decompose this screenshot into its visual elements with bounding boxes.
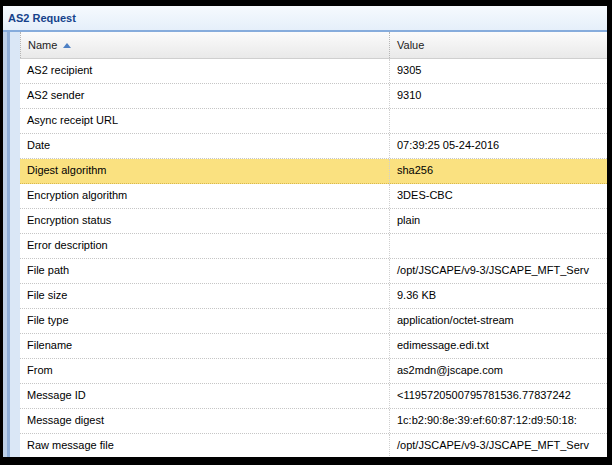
row-value-cell: 07:39:25 05-24-2016 (389, 134, 607, 158)
row-value-cell: 9.36 KB (389, 284, 607, 308)
table-row[interactable]: File path /opt/JSCAPE/v9-3/JSCAPE_MFT_Se… (20, 259, 607, 284)
table-row[interactable]: From as2mdn@jscape.com (20, 359, 607, 384)
row-value-cell: plain (389, 209, 607, 233)
column-header-name[interactable]: Name (20, 32, 389, 58)
row-value-cell (389, 234, 607, 258)
panel-left-gutter (3, 32, 20, 457)
table-row[interactable]: Async receipt URL (20, 109, 607, 134)
row-value-cell: sha256 (389, 159, 607, 183)
panel-title: AS2 Request (8, 12, 76, 24)
properties-grid: Name Value AS2 recipient 9305 AS2 sender… (20, 32, 607, 457)
row-value-cell (389, 109, 607, 133)
table-row[interactable]: AS2 recipient 9305 (20, 59, 607, 84)
row-name-cell: From (20, 359, 389, 383)
table-row[interactable]: Filename edimessage.edi.txt (20, 334, 607, 359)
table-row[interactable]: File size 9.36 KB (20, 284, 607, 309)
row-value-cell: 9310 (389, 84, 607, 108)
column-header-name-label: Name (28, 39, 57, 51)
table-row[interactable]: AS2 sender 9310 (20, 84, 607, 109)
table-row[interactable]: Message ID <1195720500795781536.77837242 (20, 384, 607, 409)
row-value-cell: 3DES-CBC (389, 184, 607, 208)
row-value-cell: <1195720500795781536.77837242 (389, 384, 607, 408)
row-name-cell: File path (20, 259, 389, 283)
row-name-cell: Error description (20, 234, 389, 258)
table-row[interactable]: Message digest 1c:b2:90:8e:39:ef:60:87:1… (20, 409, 607, 434)
panel-header: AS2 Request (3, 6, 607, 32)
grid-header-row: Name Value (20, 32, 607, 59)
row-name-cell: AS2 sender (20, 84, 389, 108)
row-name-cell: AS2 recipient (20, 59, 389, 83)
column-header-value[interactable]: Value (389, 32, 607, 58)
table-row[interactable]: Date 07:39:25 05-24-2016 (20, 134, 607, 159)
row-value-cell: edimessage.edi.txt (389, 334, 607, 358)
row-name-cell: Async receipt URL (20, 109, 389, 133)
row-name-cell: Digest algorithm (20, 159, 389, 183)
table-row[interactable]: Error description (20, 234, 607, 259)
row-value-cell: /opt/JSCAPE/v9-3/JSCAPE_MFT_Serv (389, 259, 607, 283)
as2-request-panel: AS2 Request Name Value AS2 recipient (3, 6, 607, 457)
panel-body: Name Value AS2 recipient 9305 AS2 sender… (3, 32, 607, 457)
row-value-cell: 9305 (389, 59, 607, 83)
grid-body: AS2 recipient 9305 AS2 sender 9310 Async… (20, 59, 607, 457)
row-name-cell: Encryption status (20, 209, 389, 233)
row-value-cell: as2mdn@jscape.com (389, 359, 607, 383)
row-name-cell: Raw message file (20, 434, 389, 457)
row-name-cell: Message ID (20, 384, 389, 408)
table-row[interactable]: Raw message file /opt/JSCAPE/v9-3/JSCAPE… (20, 434, 607, 457)
sort-ascending-icon (63, 43, 71, 48)
table-row[interactable]: Encryption status plain (20, 209, 607, 234)
row-value-cell: application/octet-stream (389, 309, 607, 333)
column-header-value-label: Value (397, 39, 424, 51)
row-name-cell: Date (20, 134, 389, 158)
table-row[interactable]: File type application/octet-stream (20, 309, 607, 334)
screenshot-frame: AS2 Request Name Value AS2 recipient (0, 0, 612, 465)
row-value-cell: 1c:b2:90:8e:39:ef:60:87:12:d9:50:18: (389, 409, 607, 433)
row-name-cell: File type (20, 309, 389, 333)
row-name-cell: Encryption algorithm (20, 184, 389, 208)
row-name-cell: File size (20, 284, 389, 308)
table-row[interactable]: Digest algorithm sha256 (20, 159, 607, 184)
row-name-cell: Message digest (20, 409, 389, 433)
table-row[interactable]: Encryption algorithm 3DES-CBC (20, 184, 607, 209)
row-value-cell: /opt/JSCAPE/v9-3/JSCAPE_MFT_Serv (389, 434, 607, 457)
row-name-cell: Filename (20, 334, 389, 358)
